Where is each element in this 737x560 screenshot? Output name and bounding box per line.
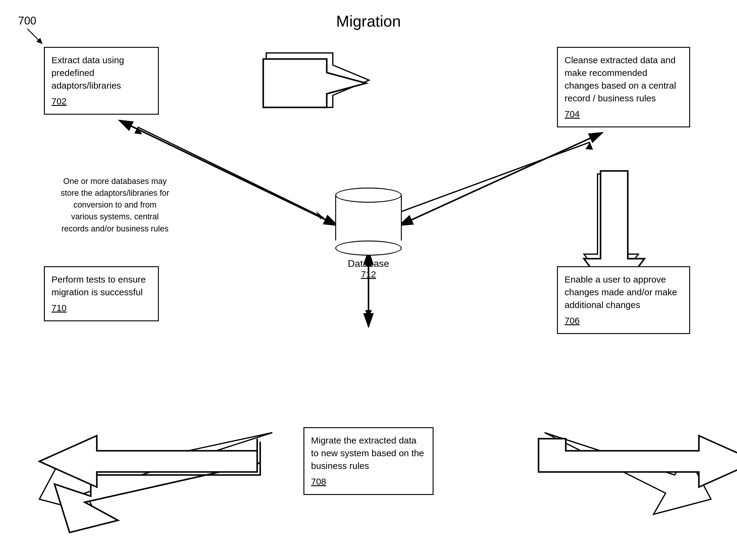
- box-704: Cleanse extracted data and make recommen…: [557, 47, 690, 127]
- box-710-text: Perform tests to ensure migration is suc…: [51, 274, 146, 297]
- svg-marker-13: [365, 310, 372, 318]
- svg-marker-1: [36, 38, 42, 44]
- svg-marker-25: [539, 436, 737, 487]
- box-704-text: Cleanse extracted data and make recommen…: [565, 55, 676, 103]
- cylinder-bottom: [335, 241, 402, 256]
- box-708: Migrate the extracted data to new system…: [303, 427, 434, 495]
- svg-marker-2: [266, 53, 369, 107]
- database-container: Database 712: [329, 188, 408, 280]
- page-title: Migration: [336, 12, 401, 30]
- box-702-ref: 702: [51, 95, 151, 108]
- database-ref: 712: [329, 269, 408, 280]
- svg-marker-15: [545, 433, 711, 514]
- box-702: Extract data using predefined adaptors/l…: [44, 47, 159, 115]
- box-710: Perform tests to ensure migration is suc…: [44, 266, 159, 321]
- svg-marker-4: [316, 211, 324, 219]
- svg-marker-24: [39, 436, 257, 487]
- box-710-ref: 710: [51, 302, 151, 314]
- center-note: One or more databases may store the adap…: [61, 175, 169, 235]
- database-label: Database: [329, 258, 408, 269]
- svg-line-20: [399, 138, 591, 225]
- svg-marker-16: [263, 59, 366, 107]
- box-708-text: Migrate the extracted data to new system…: [311, 435, 424, 471]
- svg-marker-5: [134, 127, 142, 134]
- svg-line-6: [384, 142, 590, 218]
- box-702-text: Extract data using predefined adaptors/l…: [51, 55, 124, 90]
- svg-marker-9: [602, 174, 620, 275]
- cylinder-top: [335, 188, 402, 203]
- box-706-text: Enable a user to approve changes made an…: [565, 274, 677, 310]
- svg-marker-8: [585, 142, 593, 150]
- box-708-ref: 708: [311, 475, 426, 488]
- label-700: 700: [18, 15, 36, 27]
- box-704-ref: 704: [565, 108, 683, 120]
- box-706: Enable a user to approve changes made an…: [557, 266, 690, 334]
- svg-line-0: [27, 29, 42, 44]
- svg-marker-23: [54, 442, 260, 532]
- box-706-ref: 706: [565, 314, 683, 327]
- database-cylinder: [335, 188, 402, 256]
- svg-marker-14: [39, 433, 272, 514]
